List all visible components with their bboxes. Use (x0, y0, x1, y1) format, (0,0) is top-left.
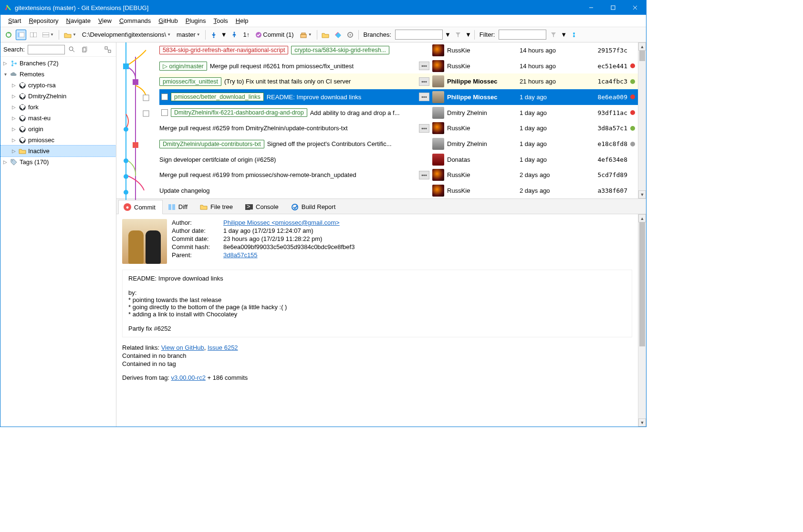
menu-commands[interactable]: Commands (115, 16, 155, 25)
commit-row[interactable]: pmiossec/fix_unittest(Try to) Fix unit t… (159, 73, 638, 89)
branch-badge[interactable]: pmiossec/fix_unittest (159, 77, 221, 86)
branches-funnel-chevron-icon[interactable]: ▼ (465, 31, 471, 38)
browse-icon[interactable] (320, 30, 331, 40)
repo-path-dropdown[interactable]: C:\Development\gitextensions\▼ (80, 31, 173, 38)
author-name: Donatas (447, 156, 517, 163)
commit-hash: ec51e441 (588, 63, 627, 70)
detail-scrollbar[interactable]: ▲ ▼ (638, 214, 646, 427)
tree-tags[interactable]: ▷Tags (170) (0, 156, 116, 167)
scroll-down-icon[interactable]: ▼ (638, 190, 646, 198)
more-icon[interactable]: ••• (419, 171, 429, 179)
derives-tag-link[interactable]: v3.00.00-rc2 (171, 374, 206, 381)
branches-filter-funnel-icon[interactable] (453, 30, 463, 40)
maximize-button[interactable] (602, 0, 624, 15)
refresh-icon[interactable] (3, 30, 14, 40)
commit-scrollbar[interactable]: ▲ ▼ (638, 42, 646, 198)
parent-label: Parent: (172, 251, 219, 259)
commit-row[interactable]: 5834-skip-grid-refresh-after-navigationa… (159, 42, 638, 58)
layout-left-panel-icon[interactable] (16, 30, 26, 40)
remote-pmiossec[interactable]: ▷pmiossec (0, 135, 116, 146)
remote-mast-eu[interactable]: ▷mast-eu (0, 113, 116, 124)
filter-funnel-chevron-icon[interactable]: ▼ (561, 31, 567, 38)
parent-link[interactable]: 3d8a57c155 (223, 251, 258, 259)
commit-row[interactable]: DmitryZhelnin/fix-6221-dashboard-drag-an… (159, 105, 638, 121)
tree-remotes[interactable]: ▾Remotes (0, 69, 116, 80)
commit-row[interactable]: Update changelogRussKie2 days agoa338f60… (159, 183, 638, 198)
row-checkbox[interactable] (161, 94, 168, 100)
commit-row[interactable]: Merge pull request #6259 from DmitryZhel… (159, 121, 638, 136)
branch-badge[interactable]: ▷ origin/master (159, 62, 207, 71)
scroll-up-icon[interactable]: ▲ (638, 214, 646, 222)
view-on-github-link[interactable]: View on GitHub (161, 344, 204, 351)
remote-fork[interactable]: ▷fork (0, 102, 116, 113)
collapse-icon[interactable] (103, 44, 113, 55)
row-checkbox[interactable] (161, 109, 168, 116)
commit-row[interactable]: pmiossec/better_download_linksREADME: Im… (159, 89, 638, 105)
menu-navigate[interactable]: Navigate (63, 16, 94, 25)
commit-graph (116, 42, 159, 198)
open-repo-dropdown[interactable]: ▼ (62, 31, 78, 38)
tree-inactive[interactable]: ▷Inactive (0, 146, 116, 156)
window-title: gitextensions (master) - Git Extensions … (15, 4, 148, 11)
svg-point-46 (124, 158, 128, 163)
branch-badge[interactable]: pmiossec/better_download_links (171, 93, 264, 101)
menu-plugins[interactable]: Plugins (182, 16, 210, 25)
menu-help[interactable]: Help (232, 16, 252, 25)
layout-dropdown[interactable]: ▼ (41, 32, 56, 37)
filetree-tab-icon (200, 203, 208, 211)
svg-point-22 (69, 47, 73, 51)
filter-input[interactable] (499, 30, 546, 40)
tab-file-tree[interactable]: File tree (195, 199, 240, 214)
tab-console[interactable]: >_Console (240, 199, 286, 214)
close-button[interactable] (624, 0, 646, 15)
branch-badge[interactable]: crypto-rsa/5834-skip-grid-refresh... (291, 46, 389, 54)
sidebar-search-input[interactable] (28, 45, 65, 54)
author-link[interactable]: Philippe Miossec <pmiossec@gmail.com> (223, 219, 340, 226)
filter-funnel-icon[interactable] (548, 30, 559, 40)
pull-icon[interactable] (209, 30, 219, 40)
branches-filter-chevron-icon[interactable]: ▼ (445, 31, 451, 38)
remote-crypto-rsa[interactable]: ▷crypto-rsa (0, 80, 116, 91)
tree-branches[interactable]: ▷Branches (72) (0, 58, 116, 69)
branch-badge[interactable]: DmitryZhelnin/fix-6221-dashboard-drag-an… (171, 108, 307, 117)
commit-row[interactable]: Sign developer certifciate of origin (#6… (159, 152, 638, 167)
graph-toggle-icon[interactable] (569, 30, 579, 40)
git-bash-icon[interactable] (333, 30, 343, 40)
push-icon[interactable] (229, 30, 240, 40)
status-dot (630, 110, 635, 115)
tab-diff[interactable]: Diff (163, 199, 195, 214)
commit-row[interactable]: DmitryZhelnin/update-contributors-txtSig… (159, 136, 638, 152)
layout-split-icon[interactable] (28, 30, 39, 40)
menu-github[interactable]: GitHub (155, 16, 181, 25)
svg-point-30 (15, 63, 17, 64)
menu-view[interactable]: View (94, 16, 115, 25)
remote-origin[interactable]: ▷origin (0, 124, 116, 135)
settings-icon[interactable] (345, 30, 355, 40)
commit-row[interactable]: Merge pull request #6199 from pmiossec/s… (159, 167, 638, 183)
branch-dropdown[interactable]: master▼ (175, 31, 202, 38)
issue-link[interactable]: Issue 6252 (208, 344, 238, 351)
branch-badge[interactable]: DmitryZhelnin/update-contributors-txt (159, 140, 264, 148)
search-icon[interactable] (67, 44, 77, 55)
stash-dropdown[interactable]: ▼ (298, 31, 314, 38)
branches-filter-input[interactable] (395, 30, 443, 40)
more-icon[interactable]: ••• (419, 62, 429, 70)
copy-icon[interactable] (79, 44, 90, 55)
menu-tools[interactable]: Tools (209, 16, 231, 25)
remote-DmitryZhelnin[interactable]: ▷DmitryZhelnin (0, 91, 116, 102)
tab-build-report[interactable]: Build Report (286, 199, 343, 214)
sidebar-tree: ▷Branches (72) ▾Remotes ▷crypto-rsa▷Dmit… (0, 57, 116, 427)
minimize-button[interactable] (580, 0, 602, 15)
menu-repository[interactable]: Repository (25, 16, 62, 25)
scroll-up-icon[interactable]: ▲ (638, 42, 646, 51)
pull-dropdown-icon[interactable]: ▼ (221, 31, 227, 38)
branch-badge[interactable]: 5834-skip-grid-refresh-after-navigationa… (159, 46, 288, 54)
scroll-down-icon[interactable]: ▼ (638, 418, 646, 427)
more-icon[interactable]: ••• (419, 77, 429, 86)
commit-row[interactable]: ▷ origin/masterMerge pull request #6261 … (159, 58, 638, 74)
menu-start[interactable]: Start (4, 16, 25, 25)
more-icon[interactable]: ••• (419, 124, 429, 133)
commit-button[interactable]: Commit (1) (253, 31, 295, 38)
more-icon[interactable]: ••• (419, 93, 429, 101)
tab-commit[interactable]: ●Commit (118, 200, 163, 214)
